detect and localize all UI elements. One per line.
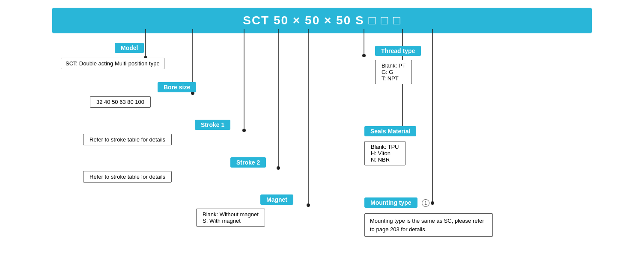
seals-material-box: Blank: TPU H: Viton N: NBR — [364, 141, 405, 165]
magnet-label: Magnet — [260, 194, 293, 205]
svg-point-9 — [307, 203, 310, 207]
stroke2-label: Stroke 2 — [230, 157, 266, 168]
svg-point-15 — [431, 201, 434, 205]
model-label: Model — [115, 43, 144, 53]
magnet-option-2: S: With magnet — [203, 218, 259, 224]
seals-option-1: Blank: TPU — [371, 144, 399, 150]
stroke1-box: Refer to stroke table for details — [83, 134, 172, 145]
bore-size-box: 32 40 50 63 80 100 — [90, 96, 151, 108]
magnet-label-container: Magnet — [260, 194, 293, 205]
bore-size-label-container: Bore size — [158, 82, 196, 92]
title-bar: SCT 50 × 50 × 50 S □ □ □ — [52, 8, 592, 33]
stroke2-box: Refer to stroke table for details — [83, 171, 172, 183]
svg-point-7 — [277, 166, 280, 170]
magnet-option-1: Blank: Without magnet — [203, 211, 259, 218]
mounting-type-label: Mounting type — [364, 197, 417, 208]
mounting-type-label-container: Mounting type 1 — [364, 197, 429, 208]
stroke2-label-container: Stroke 2 — [230, 157, 266, 168]
thread-option-1: Blank: PT — [382, 62, 405, 69]
mounting-type-note: 1 — [422, 200, 429, 206]
bore-size-label: Bore size — [158, 82, 196, 92]
stroke1-label-container: Stroke 1 — [195, 120, 230, 130]
stroke1-label: Stroke 1 — [195, 120, 230, 130]
mounting-type-box: Mounting type is the same as SC, please … — [364, 213, 493, 237]
model-label-container: Model — [115, 43, 144, 53]
model-box: SCT: Double acting Multi-position type — [61, 58, 164, 69]
thread-type-label-container: Thread type — [375, 46, 421, 56]
seals-option-3: N: NBR — [371, 156, 399, 163]
thread-type-label: Thread type — [375, 46, 421, 56]
thread-option-3: T: NPT — [382, 75, 405, 82]
thread-type-box: Blank: PT G: G T: NPT — [375, 60, 412, 84]
seals-material-label-container: Seals Material — [364, 126, 416, 136]
thread-option-2: G: G — [382, 69, 405, 75]
seals-option-2: H: Viton — [371, 150, 399, 156]
svg-point-11 — [362, 54, 366, 57]
magnet-box: Blank: Without magnet S: With magnet — [196, 209, 265, 227]
seals-material-label: Seals Material — [364, 126, 416, 136]
svg-point-5 — [242, 129, 246, 132]
title-text: SCT 50 × 50 × 50 S □ □ □ — [243, 14, 401, 27]
